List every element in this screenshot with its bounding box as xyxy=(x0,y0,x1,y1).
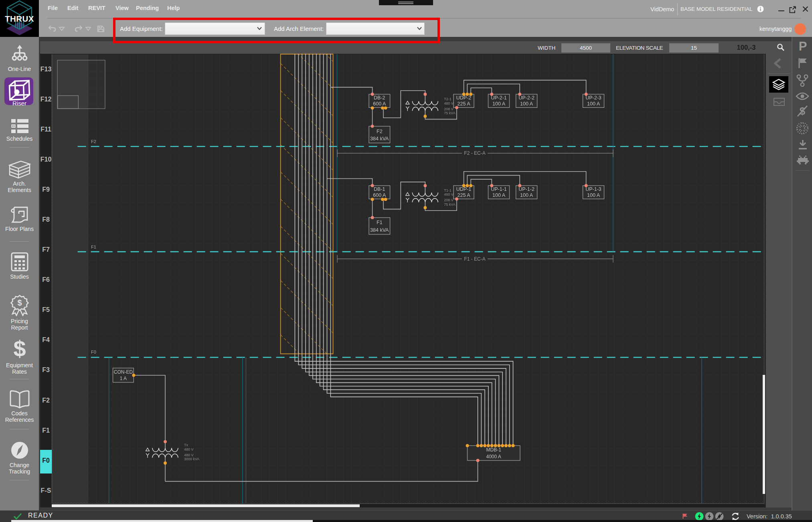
svg-text:100 A: 100 A xyxy=(492,192,506,198)
svg-text:600 A: 600 A xyxy=(373,192,386,198)
svg-text:3000 kVA: 3000 kVA xyxy=(184,457,199,461)
svg-text:100 A: 100 A xyxy=(587,192,600,198)
svg-text:480 V: 480 V xyxy=(444,192,454,196)
svg-text:480 V: 480 V xyxy=(184,453,194,457)
svg-text:208 V: 208 V xyxy=(444,198,454,202)
svg-text:F2: F2 xyxy=(91,139,96,144)
svg-text:THRUX: THRUX xyxy=(5,14,34,23)
svg-text:600 A: 600 A xyxy=(373,101,386,107)
svg-text:100 A: 100 A xyxy=(520,101,533,107)
svg-text:UP-2-3: UP-2-3 xyxy=(585,95,601,101)
svg-text:$: $ xyxy=(17,298,22,307)
svg-text:T1-1: T1-1 xyxy=(444,188,452,192)
svg-text:UP-2-2: UP-2-2 xyxy=(518,95,535,101)
svg-text:MDB-1: MDB-1 xyxy=(486,447,502,453)
svg-text:384 kVA: 384 kVA xyxy=(370,227,389,233)
svg-text:100 A: 100 A xyxy=(587,101,600,107)
svg-text:384 kVA: 384 kVA xyxy=(370,136,389,142)
svg-text:F0: F0 xyxy=(91,350,96,354)
svg-text:208 V: 208 V xyxy=(444,107,454,111)
svg-text:UDP-1: UDP-1 xyxy=(456,186,472,192)
svg-text:DB-1: DB-1 xyxy=(374,186,385,192)
svg-text:UP-1-1: UP-1-1 xyxy=(491,186,507,192)
svg-text:100 A: 100 A xyxy=(492,101,506,107)
svg-text:100 A: 100 A xyxy=(520,192,533,198)
svg-text:$: $ xyxy=(13,338,26,360)
svg-text:F2 - EC-A: F2 - EC-A xyxy=(464,150,485,156)
svg-text:75 kVA: 75 kVA xyxy=(444,202,455,206)
svg-text:F1: F1 xyxy=(377,220,383,225)
svg-text:F2: F2 xyxy=(377,129,383,134)
svg-text:UP-1-3: UP-1-3 xyxy=(585,186,601,192)
svg-text:CON-ED: CON-ED xyxy=(114,369,133,375)
svg-text:225 A: 225 A xyxy=(458,101,471,107)
svg-text:UDP-2: UDP-2 xyxy=(456,95,472,101)
svg-text:DB-2: DB-2 xyxy=(374,95,385,101)
svg-text:F1: F1 xyxy=(91,245,96,249)
svg-text:75 kVA: 75 kVA xyxy=(444,111,455,115)
svg-text:1 A: 1 A xyxy=(120,376,127,381)
svg-text:UP-1-2: UP-1-2 xyxy=(518,186,535,192)
svg-text:480 V: 480 V xyxy=(444,101,454,105)
svg-text:T2-1: T2-1 xyxy=(444,97,452,101)
svg-text:4000 A: 4000 A xyxy=(486,454,501,459)
svg-text:Tx: Tx xyxy=(184,443,188,447)
svg-text:225 A: 225 A xyxy=(458,192,471,198)
svg-text:F1 - EC-A: F1 - EC-A xyxy=(464,256,485,262)
svg-text:UP-2-1: UP-2-1 xyxy=(491,95,507,101)
svg-text:480 V: 480 V xyxy=(184,447,194,451)
